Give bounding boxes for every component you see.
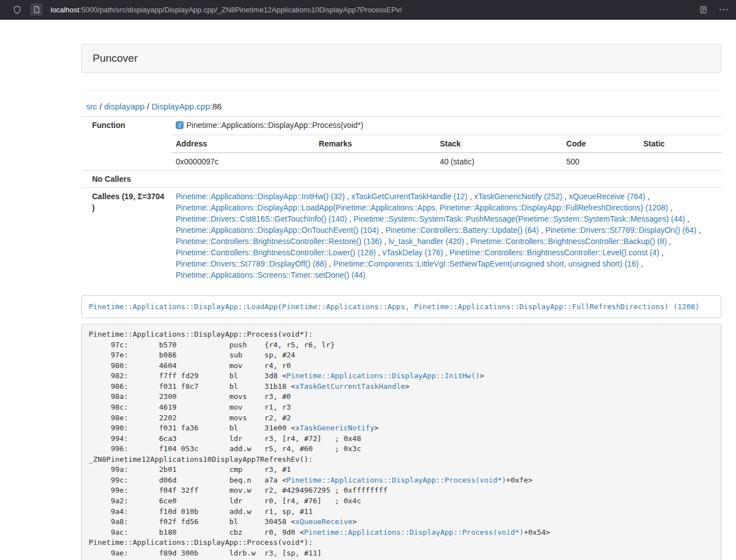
- url-path: :5000/path/src/displayapp/DisplayApp.cpp…: [79, 6, 402, 14]
- stats-cell: Address Remarks Stack Code Static 0x0000…: [171, 135, 721, 171]
- callee-link[interactable]: Pinetime::Applications::DisplayApp::Load…: [176, 203, 668, 212]
- reader-view-icon[interactable]: [700, 6, 707, 14]
- callee-link[interactable]: Pinetime::Controllers::BrightnessControl…: [176, 237, 382, 246]
- callee-link[interactable]: vTaskDelay (176): [382, 248, 443, 257]
- callee-link[interactable]: Pinetime::Applications::Screens::Timer::…: [176, 270, 365, 279]
- callee-link[interactable]: Pinetime::Controllers::BrightnessControl…: [176, 248, 376, 257]
- page-title: Puncover: [93, 52, 138, 64]
- code-symbol-link[interactable]: Pinetime::Applications::DisplayApp::Init…: [286, 371, 479, 380]
- code-symbol-link[interactable]: xQueueReceive: [295, 517, 353, 526]
- no-callers-row: No Callers: [81, 171, 721, 188]
- callee-link[interactable]: Pinetime::Components::LittleVgl::SetNewT…: [333, 259, 639, 268]
- column-header-address: Address: [171, 135, 314, 153]
- callee-link[interactable]: Pinetime::System::SystemTask::PushMessag…: [354, 214, 685, 223]
- code-symbol-link[interactable]: xTaskGenericNotify: [295, 424, 374, 432]
- callee-link[interactable]: xQueueReceive (764): [569, 192, 645, 201]
- loadapp-symbol-link[interactable]: Pinetime::Applications::DisplayApp::Load…: [89, 302, 700, 311]
- breadcrumb-separator: /: [99, 102, 102, 111]
- disassembly-code-block: Pinetime::Applications::DisplayApp::Proc…: [81, 324, 721, 560]
- code-symbol-link[interactable]: Pinetime::Applications::DisplayApp::Proc…: [286, 476, 506, 484]
- function-name-cell: f Pinetime::Applications::DisplayApp::Pr…: [171, 117, 721, 135]
- address-value: 0x0000097c: [171, 153, 314, 170]
- callee-link[interactable]: Pinetime::Controllers::Battery::Update()…: [386, 226, 539, 235]
- page-container: Puncover src / displayapp / DisplayApp.c…: [81, 20, 721, 560]
- stats-values-row: 0x0000097c 40 (static) 500: [171, 153, 721, 170]
- callees-list: Pinetime::Applications::DisplayApp::Init…: [171, 188, 721, 284]
- url-host: localhost: [51, 6, 79, 14]
- column-header-remarks: Remarks: [314, 135, 436, 153]
- function-table: Function f Pinetime::Applications::Displ…: [81, 116, 721, 283]
- stats-row-wrapper: Address Remarks Stack Code Static 0x0000…: [81, 135, 721, 171]
- callee-link[interactable]: Pinetime::Drivers::St7789::DisplayOn() (…: [545, 226, 696, 235]
- no-callers-cell: [171, 171, 721, 188]
- code-symbol-link[interactable]: Pinetime::Applications::DisplayApp::Proc…: [304, 528, 524, 536]
- divider: [81, 90, 721, 90]
- stats-table: Address Remarks Stack Code Static 0x0000…: [171, 135, 721, 170]
- symbol-box: Pinetime::Applications::DisplayApp::Load…: [81, 295, 721, 318]
- page-icon[interactable]: [30, 3, 43, 16]
- code-symbol-link[interactable]: xTaskGetCurrentTaskHandle: [295, 382, 405, 391]
- breadcrumb: src / displayapp / DisplayApp.cpp:86: [81, 102, 721, 111]
- callees-row: Callees (19, Σ=3704 ) Pinetime::Applicat…: [81, 188, 721, 284]
- url-bar[interactable]: localhost:5000/path/src/displayapp/Displ…: [51, 6, 700, 14]
- callee-link[interactable]: xTaskGenericNotify (252): [474, 192, 562, 201]
- callees-label: Callees (19, Σ=3704 ): [81, 188, 171, 284]
- column-header-stack: Stack: [435, 135, 561, 153]
- browser-toolbar: localhost:5000/path/src/displayapp/Displ…: [0, 0, 736, 20]
- breadcrumb-link-displayapp[interactable]: displayapp: [104, 102, 145, 111]
- function-row: Function f Pinetime::Applications::Displ…: [81, 117, 721, 135]
- page-title-panel: Puncover: [81, 44, 721, 73]
- tracking-protection-shield-icon[interactable]: [13, 6, 21, 14]
- callee-link[interactable]: Pinetime::Applications::DisplayApp::Init…: [176, 192, 345, 201]
- breadcrumb-link-file[interactable]: DisplayApp.cpp:: [152, 102, 212, 111]
- function-label: Function: [81, 117, 171, 171]
- column-header-static: Static: [639, 135, 721, 153]
- function-icon: f: [176, 121, 184, 132]
- no-callers-label: No Callers: [81, 171, 171, 188]
- callee-link[interactable]: Pinetime::Drivers::St7789::DisplayOff() …: [176, 259, 327, 268]
- breadcrumb-line-number: 86: [212, 102, 222, 111]
- callee-link[interactable]: Pinetime::Applications::DisplayApp::OnTo…: [176, 226, 379, 235]
- callee-link[interactable]: xTaskGetCurrentTaskHandle (12): [351, 192, 468, 201]
- stack-value: 40 (static): [435, 153, 561, 170]
- column-header-code: Code: [562, 135, 639, 153]
- callee-link[interactable]: lv_task_handler (420): [388, 237, 464, 246]
- breadcrumb-link-src[interactable]: src: [86, 102, 97, 111]
- callee-link[interactable]: Pinetime::Controllers::BrightnessControl…: [470, 237, 666, 246]
- code-size-value: 500: [562, 153, 639, 170]
- breadcrumb-separator: /: [147, 102, 149, 111]
- remarks-value: [314, 153, 436, 170]
- function-name: Pinetime::Applications::DisplayApp::Proc…: [186, 121, 363, 130]
- callee-link[interactable]: Pinetime::Drivers::Cst816S::GetTouchInfo…: [176, 214, 347, 223]
- more-menu-icon[interactable]: ⋯: [719, 7, 729, 12]
- callee-link[interactable]: Pinetime::Controllers::BrightnessControl…: [450, 248, 659, 257]
- static-value: [639, 153, 721, 170]
